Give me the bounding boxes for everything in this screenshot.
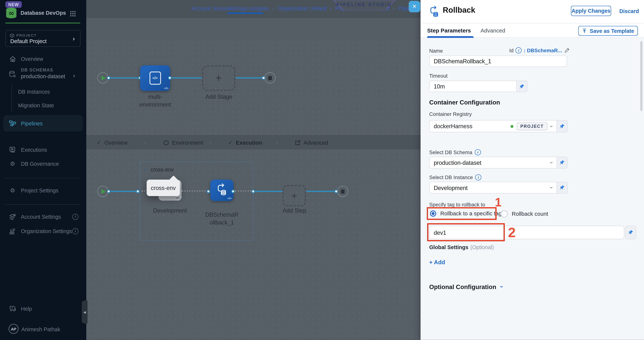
registry-pin-button[interactable] [557, 120, 568, 132]
sidebar-item-label: Migration State [18, 102, 54, 108]
step-node-dbschemarollback[interactable]: </> [210, 180, 233, 201]
tab-environment-label: Environment [172, 140, 203, 146]
pipelines-icon [9, 120, 16, 126]
execution-canvas[interactable]: − cross-env </> cross-env [86, 149, 421, 340]
stage-tab-bar: ✓ Overview › Environment › ✓ Execution ›… [86, 135, 421, 149]
env-node-label[interactable]: Development [152, 207, 188, 215]
select-db-instance-label: Select DB Instance i [429, 174, 482, 180]
info-icon: i [72, 213, 78, 220]
sidebar-item-pipelines[interactable]: Pipelines [0, 117, 86, 130]
apply-changes-button[interactable]: Apply Changes [571, 6, 611, 16]
pin-icon [559, 124, 565, 129]
sidebar-item-overview[interactable]: Overview [0, 52, 86, 65]
drawer-tab-bar: Step Parameters Advanced Save as Templat… [421, 24, 644, 38]
sidebar-item-db-instances[interactable]: DB Instances [0, 85, 86, 98]
name-input-value: DBSchemaRollback_1 [434, 58, 491, 65]
close-drawer-button[interactable]: × [409, 1, 420, 12]
plus-icon: + [216, 72, 222, 84]
code-badge-icon: </> [228, 197, 232, 200]
sidebar-item-organization-settings[interactable]: Organization Settings i [0, 224, 86, 238]
radio-rollback-count[interactable]: Rollback count [500, 210, 548, 217]
sidebar-item-label: Help [21, 306, 32, 312]
database-gear-icon [9, 71, 16, 79]
step-group-cross-env[interactable] [140, 162, 254, 241]
timeout-pin-button[interactable] [517, 81, 527, 92]
breadcrumb-account[interactable]: Account: kurosakiichigo.songoku [192, 6, 269, 12]
add-stage-label[interactable]: Add Stage [202, 93, 236, 101]
add-step-button[interactable]: + [283, 185, 306, 206]
app-grid-icon[interactable] [70, 11, 76, 17]
tab-execution[interactable]: ✓ Execution [228, 136, 262, 150]
collapse-minus-icon[interactable]: − [144, 166, 147, 173]
tab-overview-label: Overview [104, 140, 128, 146]
sidebar-item-executions[interactable]: Executions [0, 143, 86, 156]
active-tab-underline [227, 12, 263, 14]
stage-label[interactable]: multi-environment [137, 93, 174, 109]
add-global-setting-link[interactable]: + Add [429, 259, 445, 265]
pipeline-studio-screen: Account: kurosakiichigo.songoku › Organi… [0, 0, 644, 340]
add-stage-button[interactable]: + [202, 65, 235, 91]
connector-line [172, 77, 202, 79]
db-instance-select[interactable]: Development › [429, 182, 557, 194]
hexagon-icon [164, 140, 169, 145]
radio-count-label: Rollback count [512, 211, 548, 217]
sidebar-item-db-governance[interactable]: ⚙ DB Governance [0, 157, 86, 170]
step-node-label[interactable]: DBSchemaRollback_1 [204, 211, 239, 227]
instance-label-text: Select DB Instance [429, 174, 473, 180]
pin-icon [559, 160, 565, 165]
play-icon [102, 75, 106, 80]
sidebar-collapse-handle[interactable]: ◀ [82, 300, 88, 323]
studio-badge-label: PIPELINE STUDIO [334, 2, 395, 7]
tab-advanced[interactable]: Advanced [295, 136, 328, 150]
add-step-label[interactable]: Add Step [283, 207, 306, 215]
pin-icon [628, 230, 633, 235]
tag-pin-button[interactable] [625, 226, 636, 239]
global-settings-row: Global Settings (Optional) [429, 244, 494, 250]
sidebar-item-account-settings[interactable]: Account Settings i [0, 210, 86, 223]
governance-gear-icon: ⚙ [9, 160, 16, 167]
connector-line [255, 191, 283, 192]
project-selector[interactable]: PROJECT Default Project › [6, 30, 80, 47]
code-badge-icon: </> [176, 196, 180, 199]
tab-overview[interactable]: ✓ Overview [97, 136, 128, 150]
db-schema-select[interactable]: production-dataset › [429, 157, 557, 169]
code-badge-icon: </> [164, 87, 168, 90]
advanced-icon [295, 140, 300, 145]
id-value: : DBSchemaR... [524, 47, 562, 53]
group-header[interactable]: − cross-env [144, 166, 174, 173]
sidebar-item-migration-state[interactable]: Migration State [0, 99, 86, 112]
stop-icon [268, 76, 272, 80]
canvas-area: Account: kurosakiichigo.songoku › Organi… [86, 0, 421, 340]
instance-pin-button[interactable] [557, 182, 568, 194]
sidebar-item-db-schemas[interactable]: DB SCHEMAS production-dataset › [0, 67, 86, 85]
pin-icon [519, 84, 524, 89]
timeout-input[interactable]: 10m [429, 81, 517, 92]
sidebar-item-label: DB Governance [21, 160, 59, 167]
save-template-label: Save as Template [590, 28, 634, 34]
optional-configuration-heading: Optional Configuration [429, 283, 496, 290]
plus-icon: + [292, 190, 297, 201]
optional-configuration-row[interactable]: Optional Configuration › [429, 283, 503, 290]
connector-port [231, 189, 235, 193]
timeout-label: Timeout [429, 73, 448, 79]
name-input[interactable]: DBSchemaRollback_1 [429, 56, 567, 67]
user-avatar[interactable]: AP [8, 324, 18, 334]
stage-node-multi-environment[interactable]: </> </> [140, 65, 170, 91]
sidebar-item-project-settings[interactable]: ⚙ Project Settings [0, 184, 86, 197]
discard-button[interactable]: Discard [620, 8, 639, 14]
edit-id-icon[interactable] [564, 48, 570, 53]
drawer-scrollbar[interactable] [640, 41, 642, 111]
radio-unselected-icon[interactable] [500, 210, 508, 217]
tab-environment[interactable]: Environment [164, 136, 203, 150]
schema-pin-button[interactable] [557, 157, 568, 169]
pipeline-title-strip: prod-01 VISUAL YAML [86, 17, 421, 40]
breadcrumb-org[interactable]: Organization: default [278, 6, 327, 12]
db-schemas-selected: production-dataset [21, 73, 65, 79]
container-registry-select[interactable]: dockerHarness PROJECT › [429, 120, 557, 132]
sidebar-item-help[interactable]: ? Help [0, 302, 86, 315]
tab-advanced[interactable]: Advanced [480, 28, 505, 34]
stage-canvas[interactable]: </> </> + multi-environment Add Stage [86, 39, 421, 135]
user-name[interactable]: Animesh Pathak [22, 326, 60, 332]
save-as-template-button[interactable]: Save as Template [578, 26, 638, 36]
tab-step-parameters[interactable]: Step Parameters [427, 28, 471, 34]
